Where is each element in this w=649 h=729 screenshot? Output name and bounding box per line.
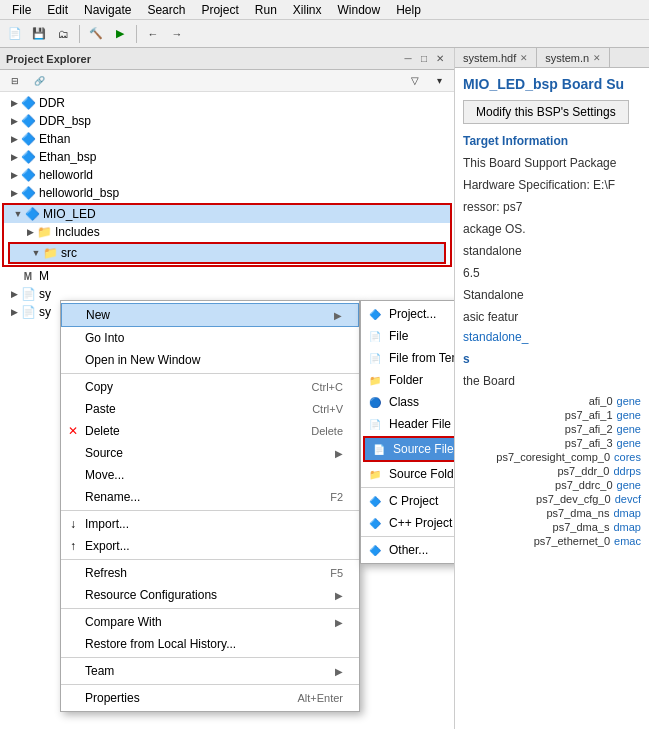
tree-item-helloworld[interactable]: ▶ 🔷 helloworld (0, 166, 454, 184)
panel-close[interactable]: ✕ (432, 51, 448, 67)
menu-navigate[interactable]: Navigate (76, 1, 139, 19)
ctx-open-new-window[interactable]: Open in New Window (61, 349, 359, 371)
ctx-copy[interactable]: Copy Ctrl+C (61, 376, 359, 398)
menu-edit[interactable]: Edit (39, 1, 76, 19)
ctx-compare-arrow: ▶ (335, 617, 343, 628)
menu-window[interactable]: Window (330, 1, 389, 19)
list-link-coresight[interactable]: cores (614, 451, 641, 463)
ctx-team[interactable]: Team ▶ (61, 660, 359, 682)
tree-item-mio-led[interactable]: ▼ 🔷 MIO_LED (4, 205, 450, 223)
list-link-ddr0[interactable]: ddrps (613, 465, 641, 477)
tree-item-src[interactable]: ▼ 📁 src (10, 244, 444, 262)
ctx-sep3 (61, 559, 359, 560)
sub-file-from-template[interactable]: 📄 File from Template (361, 347, 455, 369)
list-link-dma-ns[interactable]: dmap (613, 507, 641, 519)
build-btn[interactable]: 🔨 (85, 23, 107, 45)
menu-search[interactable]: Search (139, 1, 193, 19)
sub-project[interactable]: 🔷 Project... (361, 303, 455, 325)
sub-file[interactable]: 📄 File (361, 325, 455, 347)
tab-close-system-hdf[interactable]: ✕ (520, 53, 528, 63)
toggle-ethan-bsp[interactable]: ▶ (8, 152, 20, 162)
list-link-dma-s[interactable]: dmap (613, 521, 641, 533)
ctx-new[interactable]: New ▶ (61, 303, 359, 327)
ctx-sep2 (61, 510, 359, 511)
tree-item-includes[interactable]: ▶ 📁 Includes (4, 223, 450, 241)
tree-item-ddr[interactable]: ▶ 🔷 DDR (0, 94, 454, 112)
list-item-afi1: ps7_afi_1 gene (463, 408, 641, 422)
ctx-restore[interactable]: Restore from Local History... (61, 633, 359, 655)
new-btn[interactable]: 📄 (4, 23, 26, 45)
sub-other[interactable]: 🔷 Other... Ctrl+N (361, 539, 455, 561)
toggle-mio-led[interactable]: ▼ (12, 209, 24, 219)
ctx-compare[interactable]: Compare With ▶ (61, 611, 359, 633)
label-sy1: sy (39, 287, 51, 301)
list-link-ethernet[interactable]: emac (614, 535, 641, 547)
ctx-rename[interactable]: Rename... F2 (61, 486, 359, 508)
ctx-move[interactable]: Move... (61, 464, 359, 486)
toggle-ddr[interactable]: ▶ (8, 98, 20, 108)
ctx-export[interactable]: ↑ Export... (61, 535, 359, 557)
label-ctx-team: Team (85, 664, 114, 678)
collapse-btn[interactable]: ⊟ (4, 70, 26, 92)
ctx-resource-configs[interactable]: Resource Configurations ▶ (61, 584, 359, 606)
toggle-includes[interactable]: ▶ (24, 227, 36, 237)
label-sub-folder: Folder (389, 373, 423, 387)
toggle-ddr-bsp[interactable]: ▶ (8, 116, 20, 126)
list-link-afi1[interactable]: gene (617, 409, 641, 421)
tree-item-m[interactable]: M M (0, 267, 454, 285)
menu-file[interactable]: File (4, 1, 39, 19)
ctx-properties[interactable]: Properties Alt+Enter (61, 687, 359, 709)
label-ethan-bsp: Ethan_bsp (39, 150, 96, 164)
sub-source-file[interactable]: 📄 Source File (365, 438, 455, 460)
tab-system-n[interactable]: system.n ✕ (537, 48, 610, 67)
tree-item-ethan-bsp[interactable]: ▶ 🔷 Ethan_bsp (0, 148, 454, 166)
icon-helloworld-bsp: 🔷 (20, 185, 36, 201)
run-btn[interactable]: ▶ (109, 23, 131, 45)
panel-maximize[interactable]: □ (416, 51, 432, 67)
save-all-btn[interactable]: 🗂 (52, 23, 74, 45)
sub-c-project[interactable]: 🔷 C Project (361, 490, 455, 512)
ctx-delete[interactable]: ✕ Delete Delete (61, 420, 359, 442)
sub-source-folder[interactable]: 📁 Source Folder (361, 463, 455, 485)
standalone-link[interactable]: standalone_ (463, 330, 528, 344)
list-link-dev-cfg[interactable]: devcf (615, 493, 641, 505)
tree-item-helloworld-bsp[interactable]: ▶ 🔷 helloworld_bsp (0, 184, 454, 202)
standalone2: Standalone (463, 286, 641, 304)
sub-cpp-project[interactable]: 🔷 C++ Project (361, 512, 455, 534)
back-btn[interactable]: ← (142, 23, 164, 45)
sub-class[interactable]: 🔵 Class (361, 391, 455, 413)
menu-xilinx[interactable]: Xilinx (285, 1, 330, 19)
toggle-ethan[interactable]: ▶ (8, 134, 20, 144)
panel-minimize[interactable]: ─ (400, 51, 416, 67)
ctx-paste[interactable]: Paste Ctrl+V (61, 398, 359, 420)
sub-folder[interactable]: 📁 Folder (361, 369, 455, 391)
menu-run[interactable]: Run (247, 1, 285, 19)
save-btn[interactable]: 💾 (28, 23, 50, 45)
ctx-import[interactable]: ↓ Import... (61, 513, 359, 535)
ctx-source[interactable]: Source ▶ (61, 442, 359, 464)
link-editor-btn[interactable]: 🔗 (28, 70, 50, 92)
filter-btn[interactable]: ▽ (404, 70, 426, 92)
ctx-go-into[interactable]: Go Into (61, 327, 359, 349)
tree-item-ethan[interactable]: ▶ 🔷 Ethan (0, 130, 454, 148)
toggle-helloworld[interactable]: ▶ (8, 170, 20, 180)
list-link-afi2[interactable]: gene (617, 423, 641, 435)
toggle-helloworld-bsp[interactable]: ▶ (8, 188, 20, 198)
ctx-refresh[interactable]: Refresh F5 (61, 562, 359, 584)
tab-system-hdf[interactable]: system.hdf ✕ (455, 48, 537, 67)
label-sy2: sy (39, 305, 51, 319)
toggle-sy1[interactable]: ▶ (8, 289, 20, 299)
list-link-afi3[interactable]: gene (617, 437, 641, 449)
modify-bsp-btn[interactable]: Modify this BSP's Settings (463, 100, 629, 124)
toggle-sy2[interactable]: ▶ (8, 307, 20, 317)
tree-item-ddr-bsp[interactable]: ▶ 🔷 DDR_bsp (0, 112, 454, 130)
list-link-ddrc0[interactable]: gene (617, 479, 641, 491)
toggle-src[interactable]: ▼ (30, 248, 42, 258)
menu-project[interactable]: Project (193, 1, 246, 19)
forward-btn[interactable]: → (166, 23, 188, 45)
menu-help[interactable]: Help (388, 1, 429, 19)
list-link-afi0[interactable]: gene (617, 395, 641, 407)
sub-header-file[interactable]: 📄 Header File (361, 413, 455, 435)
tab-close-system-n[interactable]: ✕ (593, 53, 601, 63)
view-menu-btn[interactable]: ▾ (428, 70, 450, 92)
